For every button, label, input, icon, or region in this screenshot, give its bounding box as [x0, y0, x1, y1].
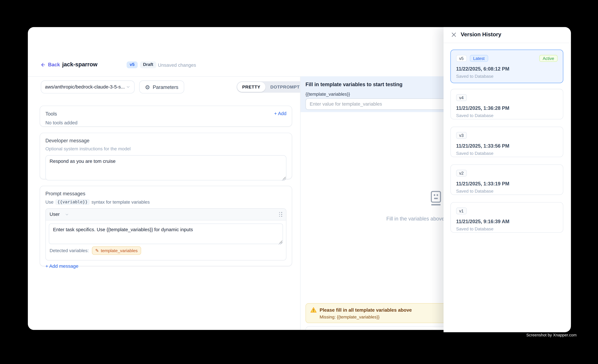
version-timestamp: 11/21/2025, 9:16:39 AM: [456, 219, 557, 224]
active-badge: Active: [539, 55, 558, 62]
version-number-badge: v5: [456, 55, 467, 62]
hint-prefix: Use: [45, 199, 54, 205]
drag-handle-icon[interactable]: [279, 212, 282, 217]
back-label: Back: [48, 62, 60, 67]
warning-title: Please fill in all template variables ab…: [320, 307, 412, 313]
latest-badge: Latest: [470, 55, 488, 62]
version-badge: v5: [127, 61, 138, 68]
developer-message-textarea[interactable]: Respond as you are tom cruise: [45, 155, 286, 180]
parameters-label: Parameters: [153, 84, 178, 90]
version-card-v4[interactable]: v4 11/21/2025, 1:36:28 PM Saved to Datab…: [450, 89, 563, 119]
prompt-messages-title: Prompt messages: [45, 191, 286, 196]
model-select-value: aws/anthropic/bedrock-claude-3-5-s...: [45, 84, 126, 90]
version-status: Saved to Database: [456, 227, 557, 231]
detected-variables-row: Detected variables: ✎ template_variables: [49, 246, 283, 257]
message-header: User: [46, 209, 286, 221]
detected-variables-label: Detected variables:: [50, 248, 89, 253]
version-card-v1[interactable]: v1 11/21/2025, 9:16:39 AM Saved to Datab…: [450, 202, 563, 232]
version-status: Saved to Database: [456, 151, 557, 156]
warning-icon: [310, 307, 316, 313]
hint-suffix: syntax for template variables: [91, 199, 150, 205]
chevron-down-icon: [126, 85, 131, 89]
fill-variables-title: Fill in template variables to start test…: [306, 82, 403, 87]
version-timestamp: 11/21/2025, 1:36:28 PM: [456, 105, 557, 111]
version-status: Saved to Database: [456, 74, 557, 79]
message-body: Enter task specifics. Use {{template_var…: [46, 221, 286, 260]
unsaved-changes-label: Unsaved changes: [158, 63, 196, 68]
variable-syntax-chip: {{variable}}: [55, 199, 90, 205]
chevron-down-icon: [65, 212, 69, 216]
template-variable-chip[interactable]: ✎ template_variables: [92, 246, 141, 255]
version-number-badge: v2: [456, 170, 467, 177]
page-title: jack-sparrow: [62, 61, 98, 67]
parameters-button[interactable]: ⚙ Parameters: [139, 81, 184, 93]
version-status: Saved to Database: [456, 113, 557, 118]
version-timestamp: 11/22/2025, 6:08:12 PM: [456, 66, 557, 72]
toggle-dotprompt[interactable]: DOTPROMPT: [265, 82, 305, 92]
developer-message-card: Developer message Optional system instru…: [40, 133, 292, 179]
screenshot-stage: Back jack-sparrow v5 Draft Unsaved chang…: [0, 0, 598, 364]
version-card-v2[interactable]: v2 11/21/2025, 1:33:19 PM Saved to Datab…: [450, 164, 563, 195]
close-icon[interactable]: [451, 32, 457, 38]
version-timestamp: 11/21/2025, 1:33:19 PM: [456, 181, 557, 186]
version-card-v3[interactable]: v3 11/21/2025, 1:33:56 PM Saved to Datab…: [450, 127, 563, 157]
format-toggle: PRETTY DOTPROMPT: [236, 81, 305, 93]
bot-face-icon: [429, 191, 443, 206]
template-syntax-hint: Use {{variable}} syntax for template var…: [45, 199, 286, 205]
pencil-icon: ✎: [95, 248, 99, 253]
toggle-pretty[interactable]: PRETTY: [237, 82, 265, 92]
role-select-value: User: [50, 212, 60, 217]
arrow-left-icon: [40, 62, 46, 67]
developer-message-title: Developer message: [45, 138, 286, 143]
watermark-text: Screenshot by Xnapper.com: [526, 333, 577, 337]
add-tool-button[interactable]: + Add: [274, 111, 286, 116]
template-variable-chip-label: template_variables: [101, 248, 138, 253]
role-select[interactable]: User: [50, 212, 69, 217]
version-history-header: Version History: [444, 27, 571, 43]
version-card-v5[interactable]: v5 Latest Active 11/22/2025, 6:08:12 PM …: [450, 50, 563, 83]
version-number-badge: v1: [456, 207, 467, 215]
template-variable-label: {{template_variables}}: [306, 91, 350, 97]
add-message-button[interactable]: + Add message: [45, 264, 286, 269]
model-select[interactable]: aws/anthropic/bedrock-claude-3-5-s...: [41, 81, 134, 93]
back-button[interactable]: Back: [40, 62, 60, 67]
prompt-messages-card: Prompt messages Use {{variable}} syntax …: [40, 186, 292, 266]
developer-message-subtitle: Optional system instructions for the mod…: [45, 146, 286, 151]
version-number-badge: v3: [456, 132, 467, 139]
tools-card: Tools + Add No tools added: [40, 106, 292, 126]
version-history-panel: Version History v5 Latest Active 11/22/2…: [444, 27, 571, 332]
message-block: User Enter task specifics. Use {{templat…: [45, 208, 286, 260]
version-history-title: Version History: [461, 31, 501, 37]
version-timestamp: 11/21/2025, 1:33:56 PM: [456, 143, 557, 149]
version-status: Saved to Database: [456, 189, 557, 193]
gear-icon: ⚙: [145, 84, 150, 90]
draft-badge: Draft: [140, 61, 156, 68]
tools-empty-text: No tools added: [45, 120, 286, 125]
user-message-textarea[interactable]: Enter task specifics. Use {{template_var…: [49, 223, 283, 244]
tools-title: Tools: [45, 111, 286, 117]
version-number-badge: v4: [456, 94, 467, 101]
